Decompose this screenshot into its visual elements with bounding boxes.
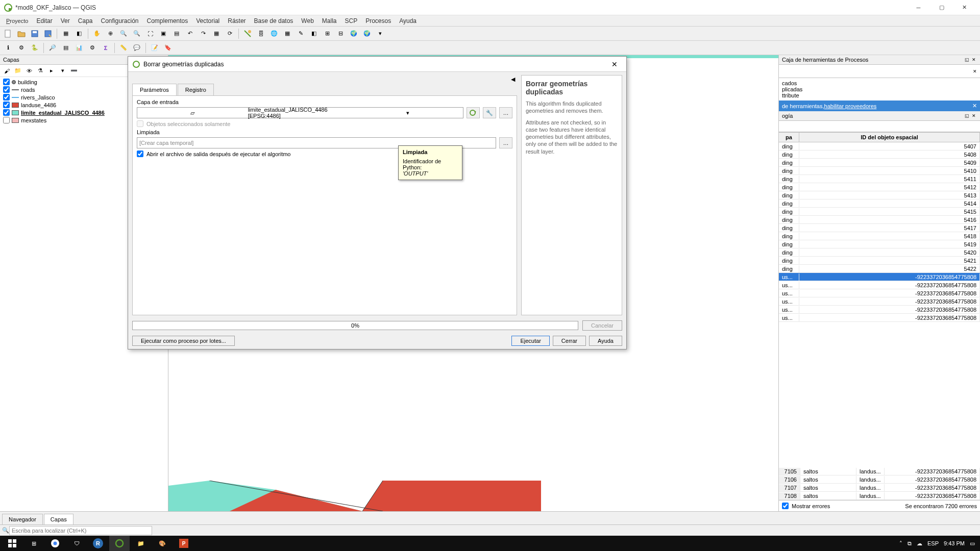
- input-layer-combo[interactable]: ▱ limite_estadual_JALISCO_4486 [EPSG:448…: [137, 107, 463, 118]
- zoom-out-icon[interactable]: 🔍: [131, 28, 143, 40]
- maximize-button[interactable]: ▢: [930, 0, 953, 15]
- field-calc-icon[interactable]: 📊: [73, 42, 85, 54]
- dropdown-icon[interactable]: ▾: [354, 110, 461, 116]
- layer-visibility-checkbox[interactable]: [3, 102, 10, 108]
- tb-extra8[interactable]: ▾: [374, 28, 386, 40]
- table-row[interactable]: us...-922337203685477580​8: [779, 297, 980, 306]
- python-console-icon[interactable]: 🐍: [29, 42, 41, 54]
- start-button[interactable]: [2, 536, 22, 551]
- manage-themes-icon[interactable]: 👁: [24, 66, 34, 76]
- menu-ver[interactable]: Ver: [57, 16, 74, 26]
- layer-visibility-checkbox[interactable]: [3, 79, 10, 85]
- advanced-button[interactable]: 🔧: [483, 107, 496, 118]
- r-icon[interactable]: R: [88, 536, 108, 551]
- save-as-icon[interactable]: [42, 28, 54, 40]
- new-project-icon[interactable]: [2, 28, 14, 40]
- infobar-close-icon[interactable]: ✕: [972, 103, 977, 109]
- paint-icon[interactable]: 🎨: [152, 536, 173, 551]
- table-row[interactable]: ding5417: [779, 224, 980, 232]
- toolbox-close-icon[interactable]: ✕: [971, 57, 977, 63]
- layer-style-icon[interactable]: 🖌: [2, 66, 11, 76]
- topo-close-icon[interactable]: ✕: [971, 113, 977, 119]
- zoom-next-icon[interactable]: ↷: [197, 28, 209, 40]
- save-project-icon[interactable]: [29, 28, 41, 40]
- add-wms-icon[interactable]: 🌐: [268, 28, 280, 40]
- table-row[interactable]: 7107saltoslandus...-922337203685477580​8: [779, 484, 980, 492]
- tb-extra2[interactable]: ✎: [295, 28, 307, 40]
- action-center-icon[interactable]: ▭: [970, 540, 975, 547]
- close-dialog-button[interactable]: Cerrar: [553, 336, 586, 346]
- add-group-icon[interactable]: 📁: [13, 66, 22, 76]
- menu-proyecto[interactable]: Proyecto: [2, 16, 32, 26]
- tab-navegador[interactable]: Navegador: [2, 514, 43, 524]
- lang-indicator[interactable]: ESP: [927, 540, 939, 546]
- menu-web[interactable]: Web: [297, 16, 317, 26]
- zoom-layer-icon[interactable]: ▤: [170, 28, 183, 40]
- table-row[interactable]: ding5407: [779, 142, 980, 151]
- tb-extra3[interactable]: ◧: [308, 28, 320, 40]
- table-row[interactable]: ding5414: [779, 199, 980, 208]
- tab-capas[interactable]: Capas: [44, 514, 74, 524]
- browse-input-button[interactable]: …: [499, 107, 512, 118]
- tb-extra7[interactable]: 🌍: [361, 28, 373, 40]
- table-row[interactable]: us...-922337203685477580​8: [779, 273, 980, 281]
- show-errors-checkbox[interactable]: Mostrar errores: [782, 503, 830, 509]
- pan-selection-icon[interactable]: ⊕: [104, 28, 116, 40]
- tab-parametros[interactable]: Parámetros: [132, 84, 177, 95]
- tb-extra4[interactable]: ⊞: [321, 28, 333, 40]
- layer-visibility-checkbox[interactable]: [3, 94, 10, 101]
- menu-ayuda[interactable]: Ayuda: [395, 16, 421, 26]
- table-row[interactable]: ding5411: [779, 175, 980, 183]
- layer-visibility-checkbox[interactable]: [3, 86, 10, 93]
- toolbox-item[interactable]: ttribute: [782, 92, 977, 98]
- onedrive-icon[interactable]: ☁: [917, 540, 922, 547]
- new-map-view-icon[interactable]: ▦: [210, 28, 223, 40]
- taskview-icon[interactable]: ⊞: [23, 536, 44, 551]
- table-row[interactable]: us...-922337203685477580​8: [779, 281, 980, 289]
- selected-only-checkbox[interactable]: Objetos seleccionados solamente: [137, 120, 512, 127]
- add-db-icon[interactable]: 🗄: [255, 28, 267, 40]
- table-row[interactable]: 7105saltoslandus...-922337203685477580​8: [779, 467, 980, 475]
- cancel-button[interactable]: Cancelar: [582, 320, 622, 331]
- table-row[interactable]: us...-922337203685477580​8: [779, 289, 980, 297]
- stats-summary-icon[interactable]: Σ: [100, 42, 112, 54]
- menu-editar[interactable]: Editar: [32, 16, 56, 26]
- collapse-all-icon[interactable]: ▾: [58, 66, 67, 76]
- zoom-selection-icon[interactable]: ▣: [157, 28, 169, 40]
- table-row[interactable]: ding5420: [779, 248, 980, 257]
- close-button[interactable]: ✕: [953, 0, 976, 15]
- brave-icon[interactable]: 🛡: [66, 536, 87, 551]
- topo-float-icon[interactable]: ◱: [964, 113, 970, 119]
- browse-output-button[interactable]: …: [499, 137, 512, 148]
- toolbox-item[interactable]: cados: [782, 80, 977, 86]
- minimize-button[interactable]: ─: [907, 0, 930, 15]
- table-row[interactable]: ding5416: [779, 216, 980, 224]
- zoom-last-icon[interactable]: ↶: [184, 28, 196, 40]
- toolbox-float-icon[interactable]: ◱: [964, 57, 970, 63]
- table-row[interactable]: us...-922337203685477580​8: [779, 314, 980, 322]
- batch-button[interactable]: Ejecutar como proceso por lotes...: [132, 336, 235, 346]
- measure-icon[interactable]: 📏: [117, 42, 130, 54]
- locator-input[interactable]: [9, 526, 152, 535]
- tb-extra6[interactable]: 🌍: [348, 28, 360, 40]
- bookmark-icon[interactable]: 🔖: [162, 42, 174, 54]
- style-manager-icon[interactable]: ◧: [73, 28, 85, 40]
- toolbox-sub-close-icon[interactable]: ✕: [972, 68, 978, 74]
- refresh-icon[interactable]: ⟳: [224, 28, 236, 40]
- menu-malla[interactable]: Malla: [318, 16, 341, 26]
- table-row[interactable]: ding5421: [779, 257, 980, 265]
- zoom-full-icon[interactable]: ⛶: [144, 28, 156, 40]
- add-vector-icon[interactable]: [241, 28, 254, 40]
- layer-visibility-checkbox[interactable]: [3, 117, 10, 123]
- toolbox-item[interactable]: plicadas: [782, 86, 977, 92]
- iterate-button[interactable]: [467, 107, 480, 118]
- table-row[interactable]: ding5419: [779, 240, 980, 248]
- tray-chevron-icon[interactable]: ˄: [899, 540, 902, 547]
- zoom-in-icon[interactable]: 🔍: [117, 28, 130, 40]
- tb-extra1[interactable]: ▦: [281, 28, 293, 40]
- menu-raster[interactable]: Ráster: [224, 16, 250, 26]
- menu-capa[interactable]: Capa: [74, 16, 97, 26]
- menu-config[interactable]: Configuración: [96, 16, 142, 26]
- filter-legend-icon[interactable]: ⚗: [36, 66, 45, 76]
- identify-icon[interactable]: ℹ: [2, 42, 14, 54]
